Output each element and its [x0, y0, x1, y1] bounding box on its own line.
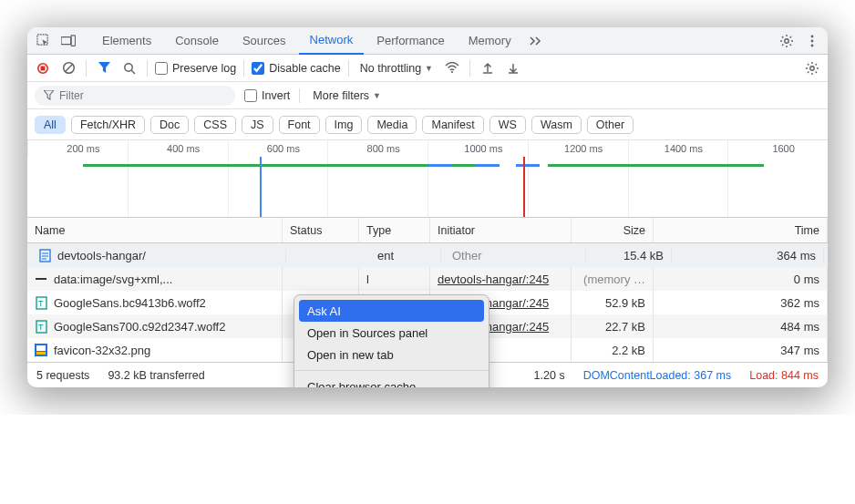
col-status[interactable]: Status	[283, 218, 359, 242]
timeline-bar	[516, 164, 540, 167]
filter-input[interactable]: Filter	[35, 86, 235, 106]
chip-fetchxhr[interactable]: Fetch/XHR	[71, 116, 145, 134]
row-size: (memory …	[572, 267, 654, 291]
more-filters-label: More filters	[313, 89, 369, 102]
svg-point-11	[125, 63, 132, 70]
col-time[interactable]: Time	[654, 218, 828, 242]
throttle-select[interactable]: No throttling ▼	[356, 62, 437, 75]
col-size[interactable]: Size	[572, 218, 654, 242]
svg-rect-2	[71, 35, 75, 46]
svg-point-3	[785, 38, 788, 42]
timeline-bar	[83, 164, 428, 167]
row-name: favicon-32x32.png	[54, 344, 150, 357]
preserve-log-label: Preserve log	[172, 62, 236, 75]
row-status	[283, 267, 359, 291]
record-icon[interactable]	[33, 58, 53, 78]
settings-icon[interactable]	[775, 29, 798, 53]
chip-font[interactable]: Font	[279, 116, 320, 134]
chip-media[interactable]: Media	[367, 116, 417, 134]
tab-console[interactable]: Console	[164, 27, 230, 55]
context-menu: Ask AIOpen in Sources panelOpen in new t…	[294, 294, 489, 387]
col-type[interactable]: Type	[359, 218, 430, 242]
svg-rect-25	[36, 345, 46, 351]
timeline[interactable]: 200 ms400 ms600 ms800 ms1000 ms1200 ms14…	[27, 140, 828, 218]
inspect-icon[interactable]	[31, 29, 55, 53]
svg-point-13	[451, 71, 453, 73]
invert-checkbox[interactable]: Invert	[244, 89, 290, 102]
row-time: 364 ms	[675, 249, 824, 262]
svg-point-4	[811, 35, 814, 37]
upload-icon[interactable]	[478, 58, 498, 78]
col-name[interactable]: Name	[27, 218, 283, 242]
timeline-ruler: 200 ms400 ms600 ms800 ms1000 ms1200 ms14…	[27, 140, 828, 157]
chip-all[interactable]: All	[35, 116, 66, 134]
summary-finish: 1.20 s	[534, 369, 565, 382]
svg-rect-8	[41, 66, 46, 70]
table-header[interactable]: Name Status Type Initiator Size Time	[27, 218, 828, 243]
table-row[interactable]: data:image/svg+xml,...ldevtools-hangar/:…	[27, 267, 828, 291]
wifi-icon[interactable]	[442, 58, 462, 78]
row-initiator: Other	[445, 249, 586, 262]
ruler-tick: 1200 ms	[528, 140, 628, 157]
summary-transferred: 93.2 kB transferred	[108, 369, 204, 382]
svg-rect-1	[61, 36, 71, 44]
dash-icon	[35, 273, 47, 285]
search-icon[interactable]	[119, 58, 139, 78]
svg-line-12	[131, 70, 135, 74]
row-initiator[interactable]: devtools-hangar/:245	[430, 267, 572, 291]
menu-item-ask-ai[interactable]: Ask AI	[299, 300, 484, 322]
ruler-tick: 800 ms	[327, 140, 428, 157]
timeline-waterfall	[27, 157, 828, 217]
svg-line-10	[65, 65, 72, 72]
tab-memory[interactable]: Memory	[458, 27, 522, 55]
col-initiator[interactable]: Initiator	[430, 218, 572, 242]
row-time: 362 ms	[654, 291, 828, 314]
chip-other[interactable]: Other	[587, 116, 634, 134]
timeline-bar	[428, 164, 451, 167]
filter-placeholder: Filter	[59, 89, 84, 102]
disable-cache-checkbox[interactable]: Disable cache	[252, 62, 341, 75]
chip-wasm[interactable]: Wasm	[531, 116, 582, 134]
kebab-icon[interactable]	[800, 29, 824, 53]
panel-settings-icon[interactable]	[802, 58, 822, 78]
tab-performance[interactable]: Performance	[366, 27, 455, 55]
preserve-log-checkbox[interactable]: Preserve log	[155, 62, 236, 75]
download-icon[interactable]	[503, 58, 523, 78]
timeline-bar	[451, 164, 475, 167]
menu-item-clear-browser-cache[interactable]: Clear browser cache	[294, 375, 489, 387]
chevron-down-icon: ▼	[373, 91, 381, 100]
table-row[interactable]: devtools-hangar/entOther15.4 kB364 ms	[27, 243, 828, 267]
summary-requests: 5 requests	[36, 369, 89, 382]
row-time: 347 ms	[654, 338, 828, 362]
more-tabs-icon[interactable]	[524, 29, 548, 53]
menu-item-open-in-new-tab[interactable]: Open in new tab	[294, 344, 489, 365]
row-time: 484 ms	[654, 314, 828, 338]
ruler-tick: 400 ms	[128, 140, 228, 157]
filter-icon[interactable]	[94, 58, 114, 78]
svg-point-5	[811, 39, 814, 42]
svg-point-6	[811, 44, 814, 46]
row-name: data:image/svg+xml,...	[54, 273, 172, 286]
row-type: ent	[370, 249, 441, 262]
chip-css[interactable]: CSS	[194, 116, 236, 134]
chip-ws[interactable]: WS	[489, 116, 526, 134]
row-type: l	[359, 267, 430, 291]
throttle-label: No throttling	[360, 62, 421, 75]
doc-icon	[38, 249, 51, 262]
tab-network[interactable]: Network	[299, 27, 365, 55]
chip-manifest[interactable]: Manifest	[422, 116, 483, 134]
disable-cache-label: Disable cache	[269, 62, 341, 75]
row-size: 15.4 kB	[590, 249, 672, 262]
clear-icon[interactable]	[58, 58, 78, 78]
ruler-tick: 200 ms	[27, 140, 128, 157]
device-icon[interactable]	[57, 29, 80, 53]
tab-elements[interactable]: Elements	[91, 27, 162, 55]
tab-sources[interactable]: Sources	[232, 27, 297, 55]
chip-img[interactable]: Img	[325, 116, 363, 134]
svg-text:T: T	[38, 323, 44, 332]
chip-js[interactable]: JS	[242, 116, 273, 134]
more-filters[interactable]: More filters ▼	[309, 89, 385, 102]
ruler-tick: 1600	[727, 140, 828, 157]
chip-doc[interactable]: Doc	[150, 116, 189, 134]
menu-item-open-in-sources-panel[interactable]: Open in Sources panel	[294, 322, 489, 344]
